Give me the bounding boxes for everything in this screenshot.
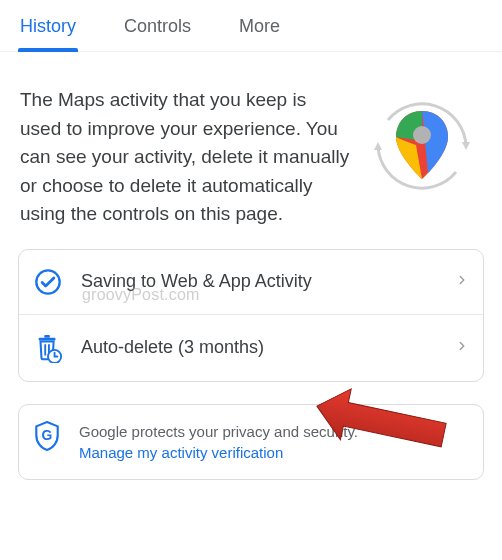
svg-marker-0 [462,142,470,150]
svg-rect-5 [44,334,50,337]
svg-point-2 [413,126,431,144]
hero-description: The Maps activity that you keep is used … [20,86,350,229]
auto-delete-row[interactable]: Auto-delete (3 months) [19,314,483,381]
chevron-right-icon [455,334,469,362]
security-text: Google protects your privacy and securit… [79,421,358,463]
security-card: G Google protects your privacy and secur… [18,404,484,480]
svg-text:G: G [42,427,53,443]
manage-verification-link[interactable]: Manage my activity verification [79,444,283,461]
saving-activity-label: Saving to Web & App Activity [81,271,437,292]
trash-clock-icon [33,333,63,363]
hero-section: The Maps activity that you keep is used … [0,52,502,233]
security-description: Google protects your privacy and securit… [79,423,358,440]
auto-delete-label: Auto-delete (3 months) [81,337,437,358]
check-circle-icon [33,268,63,296]
tab-more[interactable]: More [239,16,280,51]
chevron-right-icon [455,268,469,296]
tab-controls[interactable]: Controls [124,16,191,51]
security-row: G Google protects your privacy and secur… [19,405,483,479]
saving-activity-row[interactable]: Saving to Web & App Activity [19,250,483,314]
tab-history[interactable]: History [20,16,76,51]
svg-marker-1 [374,142,382,150]
tab-bar: History Controls More [0,0,502,52]
svg-rect-4 [39,337,56,340]
maps-refresh-illustration [362,86,482,206]
google-shield-icon: G [33,421,61,455]
settings-card: Saving to Web & App Activity Auto-delete… [18,249,484,382]
